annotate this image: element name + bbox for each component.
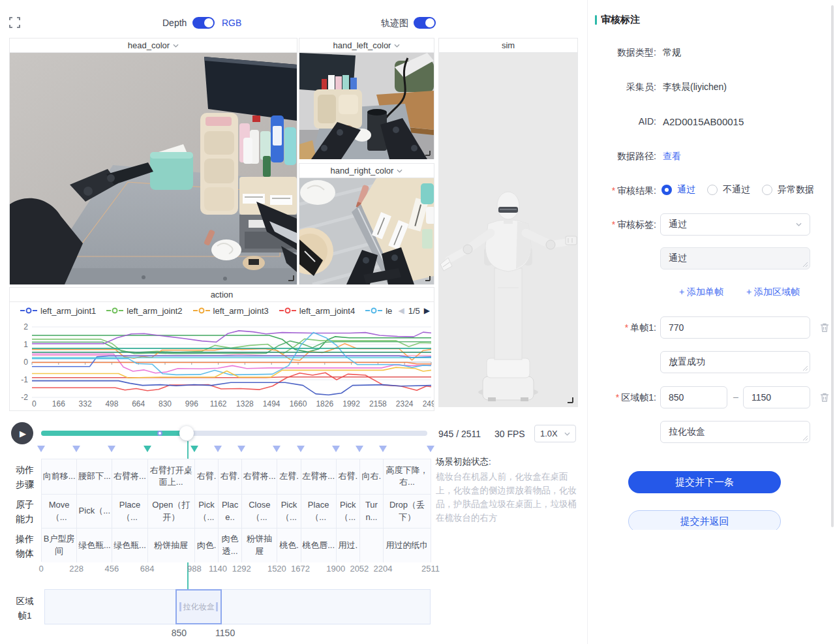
region-left-handle[interactable] <box>179 602 181 611</box>
add-region-frame-link[interactable]: + 添加区域帧 <box>746 286 800 298</box>
legend-item[interactable]: left_arm_joint2 <box>106 306 182 316</box>
legend-item[interactable]: left_arm_joint4 <box>279 306 355 316</box>
svg-text:-1: -1 <box>21 375 28 384</box>
radio-pass-label[interactable]: 通过 <box>677 184 695 196</box>
playback-slider-handle[interactable] <box>179 426 194 440</box>
timeline-cell: Place（... <box>112 494 147 529</box>
segment-boundary-marker[interactable] <box>72 446 80 452</box>
scene-state-title: 场景初始状态: <box>436 456 584 468</box>
timeline-cell: 右臂. <box>219 459 242 494</box>
depth-rgb-toggle[interactable] <box>192 17 215 29</box>
delete-region-frame-icon[interactable] <box>819 392 830 403</box>
resize-handle-icon[interactable] <box>802 435 808 440</box>
legend-item[interactable]: left_arm_joint1 <box>20 306 96 316</box>
svg-text:1660: 1660 <box>290 399 307 408</box>
hand-left-camera-image <box>299 53 434 159</box>
legend-line-icon <box>279 307 296 314</box>
timeline-axis-label: 988 <box>187 564 202 574</box>
review-tag-select[interactable]: 通过 <box>660 213 810 236</box>
radio-abnormal[interactable] <box>762 185 772 195</box>
review-tag-note-textarea[interactable]: 通过 <box>660 247 810 269</box>
single-frame-dot[interactable] <box>157 431 162 436</box>
hand-right-camera-panel: hand_right_color <box>299 163 434 284</box>
region-track-bar[interactable]: 拉化妆盒 <box>44 589 431 624</box>
submit-back-button[interactable]: 提交并返回 <box>628 510 781 530</box>
region-frame-end-value: 1150 <box>752 392 771 403</box>
region-right-handle[interactable] <box>216 602 218 611</box>
hand-left-camera-header[interactable]: hand_left_color <box>299 38 434 53</box>
single-frame-input[interactable]: 770 <box>660 316 810 339</box>
review-tag-label: *审核标签: <box>526 219 656 231</box>
segment-boundary-marker[interactable] <box>427 446 434 452</box>
svg-text:332: 332 <box>79 399 92 408</box>
timeline-cell: 右臂. <box>337 459 360 494</box>
segment-boundary-marker[interactable] <box>108 446 115 452</box>
segment-boundary-marker[interactable] <box>297 446 305 452</box>
chevron-down-icon <box>394 44 400 48</box>
timeline-cell: 向右. <box>360 459 384 494</box>
scrollbar-thumb[interactable] <box>831 5 834 527</box>
segment-boundary-marker[interactable] <box>356 446 363 452</box>
resize-handle-icon[interactable] <box>802 365 808 371</box>
play-button[interactable]: ▶ <box>11 422 33 444</box>
segment-boundary-marker[interactable] <box>144 446 151 452</box>
segment-boundary-marker[interactable] <box>273 446 281 452</box>
segment-boundary-marker[interactable] <box>190 446 198 452</box>
radio-pass[interactable] <box>661 185 672 195</box>
timeline-axis-label: 1520 <box>267 564 286 574</box>
segment-boundary-marker[interactable] <box>332 446 340 452</box>
svg-text:0: 0 <box>32 399 37 408</box>
legend-item[interactable]: le <box>365 306 392 316</box>
scene-state-block: 场景初始状态: 梳妆台在机器人前，化妆盒在桌面上，化妆盒的侧边摆放着物品，化妆品… <box>436 456 584 525</box>
single-frame-note-textarea[interactable]: 放置成功 <box>660 351 810 373</box>
legend-next-icon[interactable]: ▶ <box>424 306 430 315</box>
timeline-axis-label: 2052 <box>350 564 369 574</box>
fullscreen-icon[interactable] <box>9 17 20 28</box>
timeline-axis-label: 2204 <box>374 564 393 574</box>
segment-boundary-marker[interactable] <box>237 446 245 452</box>
legend-item[interactable]: left_arm_joint3 <box>193 306 269 316</box>
timeline-cell: Open（打开） <box>148 494 195 529</box>
timeline-cell: 用过的纸巾 <box>384 528 431 562</box>
sim-title: sim <box>502 40 515 50</box>
timeline-cell: Pick（... <box>277 494 301 529</box>
region-frame-end-input[interactable]: 1150 <box>743 386 810 408</box>
trajectory-toggle[interactable] <box>414 17 436 29</box>
svg-text:830: 830 <box>159 399 172 408</box>
add-single-frame-link[interactable]: + 添加单帧 <box>679 286 723 298</box>
data-path-link[interactable]: 查看 <box>663 151 681 162</box>
legend-pager: ◀ 1/5 ▶ <box>394 302 430 319</box>
depth-label: Depth <box>162 18 187 28</box>
review-tag-value: 通过 <box>669 219 687 230</box>
region-frame-note-textarea[interactable]: 拉化妆盒 <box>660 421 810 443</box>
radio-fail[interactable] <box>707 185 718 195</box>
svg-text:166: 166 <box>52 399 65 408</box>
timeline-cell: 右臂打开桌面上... <box>148 459 195 494</box>
region-frame-segment[interactable]: 拉化妆盒 <box>175 589 222 624</box>
action-chart-panel: action left_arm_joint1left_arm_joint2lef… <box>9 287 434 411</box>
radio-abnormal-label[interactable]: 异常数据 <box>778 184 814 196</box>
speed-select[interactable]: 1.0X <box>534 425 576 442</box>
action-chart-plot[interactable]: 210-1-2016633249866483099611621328149416… <box>10 319 434 410</box>
action-chart-title-bar: action <box>10 288 434 302</box>
collector-value: 李轶晨(liyichen) <box>663 82 727 93</box>
svg-text:664: 664 <box>132 399 145 408</box>
data-path-label: 数据路径: <box>526 151 656 162</box>
region-frame-start-input[interactable]: 850 <box>660 386 727 408</box>
segment-boundary-marker[interactable] <box>379 446 387 452</box>
segment-boundary-marker[interactable] <box>37 446 45 452</box>
radio-fail-label[interactable]: 不通过 <box>723 184 750 196</box>
legend-line-icon <box>106 307 123 314</box>
timeline-cell: 腰部下... <box>77 459 112 494</box>
hand-right-camera-header[interactable]: hand_right_color <box>299 164 434 178</box>
resize-handle-icon[interactable] <box>802 261 808 267</box>
delete-single-frame-icon[interactable] <box>819 322 830 333</box>
legend-prev-icon[interactable]: ◀ <box>398 306 404 315</box>
action-chart-title: action <box>211 290 234 299</box>
segment-boundary-marker[interactable] <box>214 446 222 452</box>
svg-text:-2: -2 <box>21 393 28 402</box>
segment-marker-row <box>0 446 587 453</box>
submit-next-button[interactable]: 提交并下一条 <box>628 471 781 493</box>
svg-text:1826: 1826 <box>316 399 333 408</box>
head-camera-header[interactable]: head_color <box>10 38 297 53</box>
